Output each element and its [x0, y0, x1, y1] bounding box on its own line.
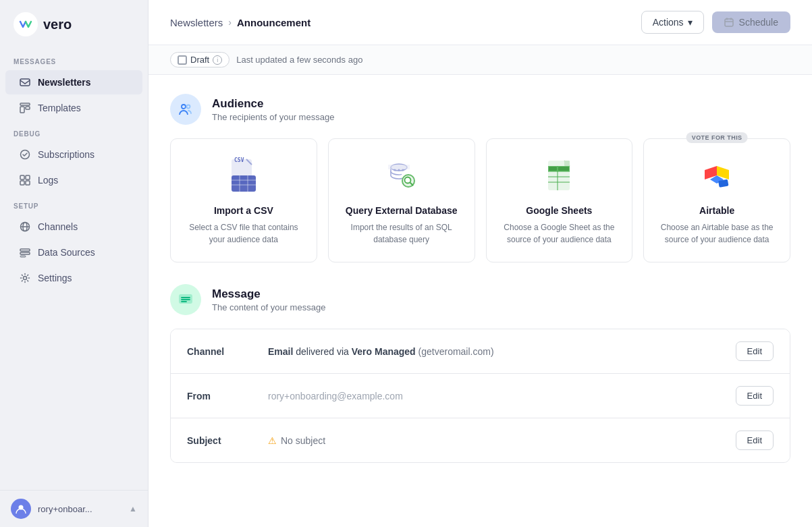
sidebar-item-newsletters[interactable]: Newsletters: [5, 70, 142, 94]
avatar: [11, 499, 31, 519]
subject-warning: ⚠ No subject: [268, 435, 736, 446]
message-table: Channel Email delivered via Vero Managed…: [170, 329, 790, 463]
subject-value: ⚠ No subject: [268, 435, 736, 446]
card-db-desc: Import the results of an SQL database qu…: [342, 221, 461, 246]
svg-rect-1: [20, 79, 30, 86]
subject-edit-button[interactable]: Edit: [736, 431, 774, 450]
card-airtable-desc: Choose an Airtable base as the source of…: [657, 221, 776, 246]
user-footer[interactable]: rory+onboar... ▲: [0, 490, 148, 527]
svg-rect-15: [20, 256, 26, 257]
svg-point-35: [402, 169, 404, 171]
audience-cards: CSV Import a CSV Select a CSV file that …: [170, 138, 790, 262]
data-sources-icon: [19, 246, 31, 258]
sidebar-section-messages: MESSAGES: [0, 49, 148, 70]
svg-rect-13: [20, 249, 30, 251]
svg-rect-4: [26, 107, 30, 109]
vero-logo-icon: [13, 12, 38, 36]
card-gsheets-title: Google Sheets: [526, 205, 592, 216]
svg-rect-14: [20, 252, 30, 254]
actions-button[interactable]: Actions ▾: [641, 11, 704, 34]
channels-icon: [19, 221, 31, 233]
message-row-channel: Channel Email delivered via Vero Managed…: [171, 329, 790, 374]
breadcrumb: Newsletters › Announcement: [170, 17, 310, 28]
sidebar-item-data-sources[interactable]: Data Sources: [5, 240, 142, 265]
svg-rect-3: [20, 107, 24, 113]
check-circle-icon: [19, 148, 31, 161]
card-csv-title: Import a CSV: [214, 205, 273, 216]
svg-rect-7: [26, 175, 30, 179]
from-label: From: [187, 391, 268, 401]
last-updated: Last updated a few seconds ago: [236, 55, 362, 65]
svg-rect-22: [232, 175, 256, 192]
message-section-header: Message The content of your message: [170, 284, 790, 315]
audience-title: Audience: [212, 97, 334, 111]
card-import-csv[interactable]: CSV Import a CSV Select a CSV file that …: [170, 138, 317, 262]
channel-edit-button[interactable]: Edit: [736, 341, 774, 361]
schedule-label: Schedule: [739, 17, 778, 28]
topbar-actions: Actions ▾ Schedule: [641, 11, 790, 34]
sidebar-section-setup: SETUP: [0, 193, 148, 214]
main-content: Newsletters › Announcement Actions ▾ Sch…: [148, 0, 812, 527]
channel-label: Channel: [187, 346, 268, 357]
sidebar-item-channels[interactable]: Channels: [5, 215, 142, 239]
message-title: Message: [212, 287, 325, 301]
breadcrumb-separator: ›: [228, 17, 232, 28]
svg-rect-2: [20, 103, 30, 105]
card-airtable[interactable]: VOTE FOR THIS Airtable Choo: [643, 138, 790, 262]
svg-rect-43: [549, 167, 557, 171]
card-db-title: Query External Database: [346, 205, 458, 216]
template-icon: [19, 102, 31, 114]
sidebar-item-channels-label: Channels: [38, 221, 78, 232]
svg-rect-8: [20, 181, 24, 185]
status-badge: Draft i: [170, 52, 229, 67]
card-google-sheets[interactable]: Google Sheets Choose a Google Sheet as t…: [486, 138, 633, 262]
svg-rect-37: [564, 161, 570, 166]
message-row-from: From rory+onboarding@example.com Edit: [171, 374, 790, 418]
sidebar-section-debug: DEBUG: [0, 121, 148, 142]
audience-icon: [178, 101, 194, 117]
message-icon-circle: [170, 284, 201, 315]
chevron-down-icon: ▾: [688, 17, 693, 28]
chevron-up-icon: ▲: [129, 504, 137, 514]
google-sheets-icon: [539, 155, 579, 196]
calendar-icon: [724, 18, 734, 27]
channel-provider-name: Vero Managed: [352, 346, 416, 357]
draft-dot: [178, 55, 187, 65]
sidebar-item-settings[interactable]: Settings: [5, 266, 142, 290]
footer-username: rory+onboar...: [38, 504, 92, 514]
channel-via-text: delivered via: [296, 346, 349, 357]
svg-point-31: [404, 177, 410, 184]
audience-titles: Audience The recipients of your message: [212, 97, 334, 122]
sidebar-item-logs[interactable]: Logs: [5, 168, 142, 192]
info-icon[interactable]: i: [213, 55, 222, 65]
card-query-db[interactable]: Query External Database Import the resul…: [328, 138, 475, 262]
actions-label: Actions: [653, 17, 684, 28]
breadcrumb-current: Announcement: [237, 17, 310, 28]
message-titles: Message The content of your message: [212, 287, 325, 312]
channel-email-addr: (getveromail.com): [418, 346, 494, 357]
vote-badge: VOTE FOR THIS: [686, 132, 748, 143]
sidebar-item-templates[interactable]: Templates: [5, 96, 142, 120]
topbar: Newsletters › Announcement Actions ▾ Sch…: [148, 0, 812, 45]
message-row-subject: Subject ⚠ No subject Edit: [171, 418, 790, 462]
sidebar-item-subscriptions-label: Subscriptions: [38, 149, 94, 160]
svg-point-20: [187, 105, 190, 109]
message-icon: [178, 292, 194, 308]
statusbar: Draft i Last updated a few seconds ago: [148, 45, 812, 75]
card-gsheets-desc: Choose a Google Sheet as the source of y…: [500, 221, 619, 246]
logs-icon: [19, 174, 31, 186]
breadcrumb-parent[interactable]: Newsletters: [170, 17, 223, 28]
svg-point-33: [394, 169, 396, 171]
sidebar-item-logs-label: Logs: [38, 175, 58, 186]
audience-subtitle: The recipients of your message: [212, 112, 334, 122]
airtable-icon: [697, 155, 737, 196]
message-subtitle: The content of your message: [212, 302, 325, 312]
logo-area: vero: [0, 0, 148, 49]
audience-section-header: Audience The recipients of your message: [170, 94, 790, 125]
sidebar: vero MESSAGES Newsletters Templates DEBU…: [0, 0, 148, 527]
csv-icon: CSV: [223, 155, 264, 196]
sidebar-item-subscriptions[interactable]: Subscriptions: [5, 142, 142, 167]
schedule-button[interactable]: Schedule: [712, 11, 790, 33]
from-edit-button[interactable]: Edit: [736, 386, 774, 406]
svg-rect-18: [725, 19, 733, 26]
